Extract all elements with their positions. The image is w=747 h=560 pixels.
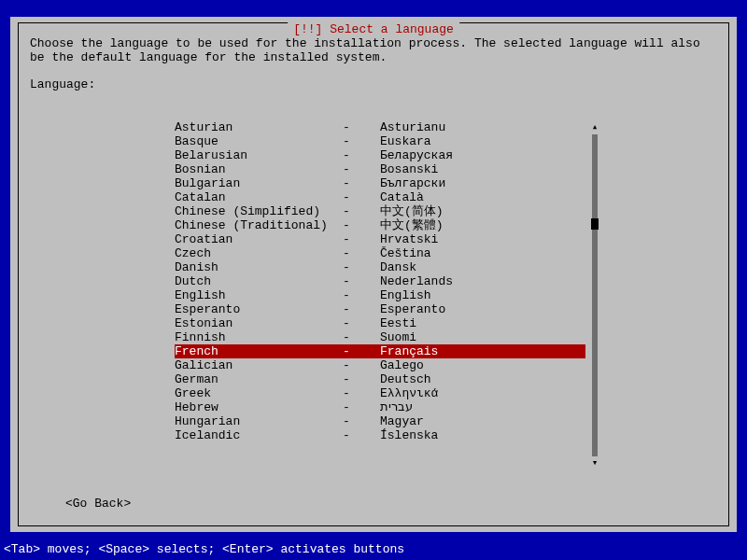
language-item[interactable]: Dutch-Nederlands: [175, 274, 585, 288]
language-item[interactable]: Catalan-Català: [175, 190, 585, 204]
language-label: Language:: [30, 77, 717, 91]
language-item[interactable]: Belarusian-Беларуская: [175, 148, 585, 162]
language-separator: -: [343, 330, 380, 344]
language-english: Dutch: [175, 274, 343, 288]
language-native: עברית: [380, 400, 585, 414]
language-native: Bosanski: [380, 162, 585, 176]
language-native: Íslenska: [380, 428, 585, 442]
language-separator: -: [343, 344, 380, 358]
language-separator: -: [343, 386, 380, 400]
language-english: Bulgarian: [175, 176, 343, 190]
instruction-text: Choose the language to be used for the i…: [30, 36, 717, 64]
language-item[interactable]: German-Deutsch: [175, 372, 585, 386]
language-native: Galego: [380, 358, 585, 372]
language-english: Estonian: [175, 316, 343, 330]
language-separator: -: [343, 204, 380, 218]
language-native: Ελληνικά: [380, 386, 585, 400]
language-native: Hrvatski: [380, 232, 585, 246]
language-separator: -: [343, 176, 380, 190]
language-item[interactable]: Chinese (Traditional)-中文(繁體): [175, 218, 585, 232]
language-separator: -: [343, 246, 380, 260]
statusbar: <Tab> moves; <Space> selects; <Enter> ac…: [0, 542, 404, 556]
language-native: Français: [380, 344, 585, 358]
language-item[interactable]: Greek-Ελληνικά: [175, 386, 585, 400]
language-english: Hebrew: [175, 400, 343, 414]
language-item[interactable]: Czech-Čeština: [175, 246, 585, 260]
language-separator: -: [343, 414, 380, 428]
language-item[interactable]: Hebrew-עברית: [175, 400, 585, 414]
dialog-content: Choose the language to be used for the i…: [30, 36, 717, 514]
language-item[interactable]: Galician-Galego: [175, 358, 585, 372]
scrollbar[interactable]: ▴▾: [591, 120, 599, 470]
language-english: Catalan: [175, 190, 343, 204]
language-english: Esperanto: [175, 302, 343, 316]
language-item[interactable]: Estonian-Eesti: [175, 316, 585, 330]
language-native: Esperanto: [380, 302, 585, 316]
language-english: Belarusian: [175, 148, 343, 162]
language-item[interactable]: Asturian-Asturianu: [175, 120, 585, 134]
dialog-border: [!!] Select a language Choose the langua…: [18, 22, 729, 526]
language-english: Galician: [175, 358, 343, 372]
language-separator: -: [343, 162, 380, 176]
language-item[interactable]: Bulgarian-Български: [175, 176, 585, 190]
scroll-down-icon[interactable]: ▾: [592, 456, 599, 470]
language-native: Euskara: [380, 134, 585, 148]
language-item[interactable]: Finnish-Suomi: [175, 330, 585, 344]
language-native: Deutsch: [380, 372, 585, 386]
language-separator: -: [343, 358, 380, 372]
language-item[interactable]: Hungarian-Magyar: [175, 414, 585, 428]
language-separator: -: [343, 232, 380, 246]
language-separator: -: [343, 372, 380, 386]
language-native: Беларуская: [380, 148, 585, 162]
language-separator: -: [343, 428, 380, 442]
language-item[interactable]: Danish-Dansk: [175, 260, 585, 274]
language-item[interactable]: Basque-Euskara: [175, 134, 585, 148]
language-native: Asturianu: [380, 120, 585, 134]
dialog: [!!] Select a language Choose the langua…: [10, 17, 737, 532]
language-separator: -: [343, 400, 380, 414]
language-native: 中文(简体): [380, 204, 585, 218]
scroll-track[interactable]: [592, 134, 598, 456]
language-english: Finnish: [175, 330, 343, 344]
language-separator: -: [343, 316, 380, 330]
language-english: Danish: [175, 260, 343, 274]
language-native: Nederlands: [380, 274, 585, 288]
language-english: Asturian: [175, 120, 343, 134]
language-separator: -: [343, 302, 380, 316]
language-item[interactable]: French-Français: [175, 344, 585, 358]
language-item[interactable]: English-English: [175, 288, 585, 302]
language-native: Dansk: [380, 260, 585, 274]
language-native: Català: [380, 190, 585, 204]
language-item[interactable]: Croatian-Hrvatski: [175, 232, 585, 246]
language-native: Čeština: [380, 246, 585, 260]
language-separator: -: [343, 120, 380, 134]
language-native: English: [380, 288, 585, 302]
language-english: Bosnian: [175, 162, 343, 176]
language-english: Icelandic: [175, 428, 343, 442]
language-english: Greek: [175, 386, 343, 400]
language-native: Български: [380, 176, 585, 190]
language-separator: -: [343, 274, 380, 288]
language-item[interactable]: Icelandic-Íslenska: [175, 428, 585, 442]
language-english: Basque: [175, 134, 343, 148]
scroll-thumb[interactable]: [591, 218, 599, 230]
language-english: Czech: [175, 246, 343, 260]
language-list[interactable]: Asturian-AsturianuBasque-EuskaraBelarusi…: [175, 120, 585, 470]
language-english: French: [175, 344, 343, 358]
language-native: Eesti: [380, 316, 585, 330]
dialog-title: [!!] Select a language: [288, 22, 459, 36]
language-separator: -: [343, 288, 380, 302]
language-english: Chinese (Simplified): [175, 204, 343, 218]
language-separator: -: [343, 218, 380, 232]
scroll-up-icon[interactable]: ▴: [592, 120, 599, 134]
go-back-button[interactable]: <Go Back>: [65, 497, 131, 511]
language-english: Chinese (Traditional): [175, 218, 343, 232]
language-item[interactable]: Esperanto-Esperanto: [175, 302, 585, 316]
language-separator: -: [343, 134, 380, 148]
language-item[interactable]: Bosnian-Bosanski: [175, 162, 585, 176]
language-native: Suomi: [380, 330, 585, 344]
language-item[interactable]: Chinese (Simplified)-中文(简体): [175, 204, 585, 218]
language-english: Croatian: [175, 232, 343, 246]
language-separator: -: [343, 190, 380, 204]
language-separator: -: [343, 148, 380, 162]
